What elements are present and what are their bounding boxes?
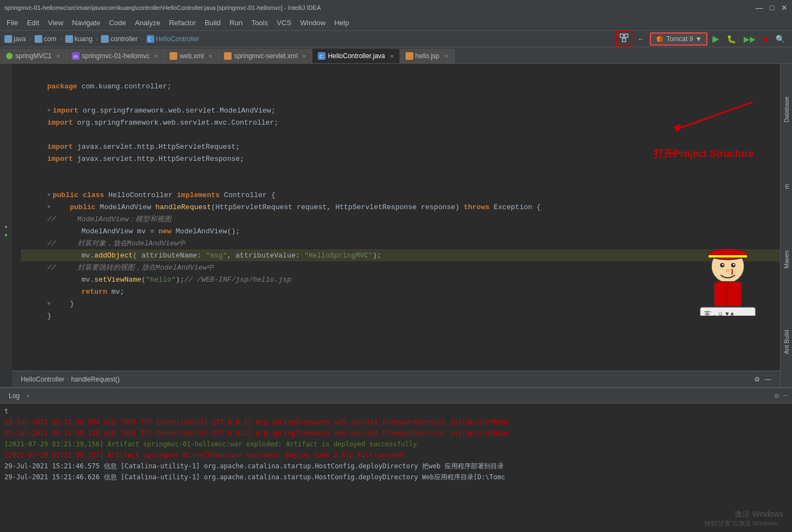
jsp-icon bbox=[406, 52, 413, 60]
menu-run[interactable]: Run bbox=[225, 18, 247, 28]
tab-close-hellocontroller[interactable]: ✕ bbox=[390, 53, 394, 59]
svg-rect-14 bbox=[170, 52, 177, 60]
code-line: } bbox=[21, 310, 780, 322]
navigation-bar: java › com › kuang › controller › C Hell… bbox=[0, 31, 792, 47]
left-gutter-icons: ● ● bbox=[0, 64, 12, 387]
nav-java[interactable]: java bbox=[4, 35, 26, 43]
tab-webxml[interactable]: web.xml ✕ bbox=[164, 49, 218, 63]
menu-navigate[interactable]: Navigate bbox=[68, 18, 104, 28]
menu-bar: File Edit View Navigate Code Analyze Ref… bbox=[0, 15, 792, 31]
spring-icon bbox=[5, 52, 13, 60]
tab-close-servlet-xml[interactable]: ✕ bbox=[302, 53, 306, 59]
svg-point-29 bbox=[726, 269, 730, 272]
menu-edit[interactable]: Edit bbox=[23, 18, 43, 28]
minimize-panel-icon[interactable]: — bbox=[765, 376, 771, 383]
menu-help[interactable]: Help bbox=[330, 18, 353, 28]
breadcrumb-class[interactable]: HelloController bbox=[21, 376, 64, 383]
nav-com[interactable]: com bbox=[35, 35, 57, 43]
tab-close-webxml[interactable]: ✕ bbox=[208, 53, 212, 59]
close-button[interactable]: ✕ bbox=[781, 3, 788, 12]
code-line: return mv; bbox=[21, 285, 780, 298]
menu-file[interactable]: File bbox=[2, 18, 23, 28]
run-coverage-button[interactable]: ▶▶ bbox=[741, 33, 759, 45]
windows-activation-notice: 激活 Windows 转到"设置"以激活 Windows。 bbox=[696, 505, 793, 532]
right-sidebar: Database m Maven Ant Build bbox=[780, 64, 792, 387]
menu-view[interactable]: View bbox=[43, 18, 68, 28]
code-line: mv.setViewName("hello");// /WEB-INF/jsp/… bbox=[21, 273, 780, 285]
menu-tools[interactable]: Tools bbox=[247, 18, 272, 28]
code-editor[interactable]: package com.kuang.controller; ▼ import o… bbox=[12, 64, 780, 371]
tab-springmvc-hellomvc[interactable]: m springmvc-01-hellomvc ✕ bbox=[66, 49, 164, 63]
module-icon: m bbox=[72, 52, 80, 60]
nav-kuang[interactable]: kuang bbox=[65, 35, 93, 43]
tab-hellocontroller[interactable]: C HelloController.java ✕ bbox=[312, 49, 400, 63]
menu-refactor[interactable]: Refactor bbox=[165, 18, 200, 28]
code-line: ▼ public class HelloController implement… bbox=[21, 189, 780, 201]
folder-icon3 bbox=[65, 35, 73, 43]
tab-springmvc1[interactable]: springMVC1 ✕ bbox=[0, 49, 66, 63]
svg-rect-24 bbox=[709, 255, 747, 257]
tab-hello-jsp[interactable]: hello.jsp ✕ bbox=[400, 49, 454, 63]
debug-button[interactable]: 🐛 bbox=[724, 33, 739, 45]
menu-build[interactable]: Build bbox=[200, 18, 225, 28]
svg-rect-0 bbox=[4, 35, 12, 43]
nav-controller[interactable]: controller bbox=[101, 35, 137, 43]
log-tab[interactable]: Log bbox=[4, 391, 24, 401]
svg-rect-15 bbox=[224, 52, 232, 60]
menu-code[interactable]: Code bbox=[105, 18, 131, 28]
svg-text:C: C bbox=[319, 54, 323, 59]
tab-close-hellomvc[interactable]: ✕ bbox=[154, 53, 158, 59]
tab-close-hello-jsp[interactable]: ✕ bbox=[444, 53, 448, 59]
breadcrumb-bar: HelloController › handleRequest() ⚙ — bbox=[12, 371, 780, 387]
main-area: ● ● package com.kuang.controller; bbox=[0, 64, 792, 387]
project-structure-icon bbox=[620, 33, 628, 42]
win-notice-subtitle: 转到"设置"以激活 Windows。 bbox=[705, 519, 784, 528]
log-content[interactable]: t 29-Jul-2021 15:21:38.594 信息 [RMI TCP C… bbox=[0, 404, 792, 497]
nav-hellocontroller[interactable]: C HelloController bbox=[147, 35, 199, 43]
menu-analyze[interactable]: Analyze bbox=[131, 18, 165, 28]
run-button[interactable]: ▶ bbox=[710, 32, 722, 46]
xml-icon bbox=[170, 52, 177, 60]
folder-icon2 bbox=[35, 35, 42, 43]
maximize-button[interactable]: □ bbox=[770, 3, 774, 12]
svg-rect-1 bbox=[35, 35, 42, 43]
fold-close-method[interactable]: ▼ bbox=[47, 301, 50, 307]
run-marker-icon: ● bbox=[4, 232, 8, 238]
project-structure-button[interactable] bbox=[616, 31, 632, 47]
sidebar-database[interactable]: Database bbox=[782, 93, 791, 126]
back-button[interactable]: ← bbox=[634, 33, 648, 45]
tab-close-springmvc1[interactable]: ✕ bbox=[56, 53, 60, 59]
log-close-button[interactable]: ✕ bbox=[26, 393, 30, 399]
code-line: ▼ public ModelAndView handleRequest(Http… bbox=[21, 201, 780, 213]
search-button[interactable]: 🔍 bbox=[773, 33, 788, 45]
code-line: package com.kuang.controller; bbox=[21, 80, 780, 92]
log-line-success: [2021-07-29 03:21:39,156] Artifact sprin… bbox=[4, 439, 788, 450]
java-file-icon: C bbox=[147, 35, 154, 43]
title-bar: springmvc-01-hellomvc\src\main\java\com\… bbox=[0, 0, 792, 15]
tomcat-icon: T bbox=[655, 35, 664, 43]
tomcat-selector[interactable]: T Tomcat 9 ▼ bbox=[650, 32, 707, 46]
sidebar-ant[interactable]: Ant Build bbox=[782, 327, 791, 357]
character-image: 英'，☺ ♥ ♠ bbox=[698, 244, 758, 316]
log-settings-icon[interactable]: ⚙ bbox=[774, 391, 779, 400]
log-line: 29-Jul-2021 15:21:46.575 信息 [Catalina-ut… bbox=[4, 461, 788, 472]
tab-servlet-xml[interactable]: springmvc-servlet.xml ✕ bbox=[218, 49, 312, 63]
svg-text:C: C bbox=[148, 37, 151, 42]
svg-rect-2 bbox=[65, 35, 73, 43]
menu-window[interactable]: Window bbox=[296, 18, 330, 28]
svg-rect-3 bbox=[101, 35, 109, 43]
log-minimize-icon[interactable]: — bbox=[783, 391, 788, 400]
sidebar-maven[interactable]: Maven bbox=[782, 247, 791, 272]
log-tabs-bar: Log ✕ ⚙ — bbox=[0, 388, 792, 404]
settings-gear-icon[interactable]: ⚙ bbox=[754, 376, 760, 383]
stop-button[interactable]: ■ bbox=[761, 33, 771, 45]
fold-arrow-method[interactable]: ▼ bbox=[47, 204, 50, 210]
fold-arrow-class[interactable]: ▼ bbox=[47, 192, 50, 198]
code-line: ModelAndView mv = new ModelAndView(); bbox=[21, 225, 780, 237]
breadcrumb-method[interactable]: handleRequest() bbox=[71, 376, 120, 383]
sidebar-m[interactable]: m bbox=[782, 181, 791, 192]
fold-arrow[interactable]: ▼ bbox=[47, 108, 50, 114]
title-text: springmvc-01-hellomvc\src\main\java\com\… bbox=[4, 4, 321, 11]
menu-vcs[interactable]: VCS bbox=[272, 18, 296, 28]
minimize-button[interactable]: — bbox=[756, 3, 763, 12]
